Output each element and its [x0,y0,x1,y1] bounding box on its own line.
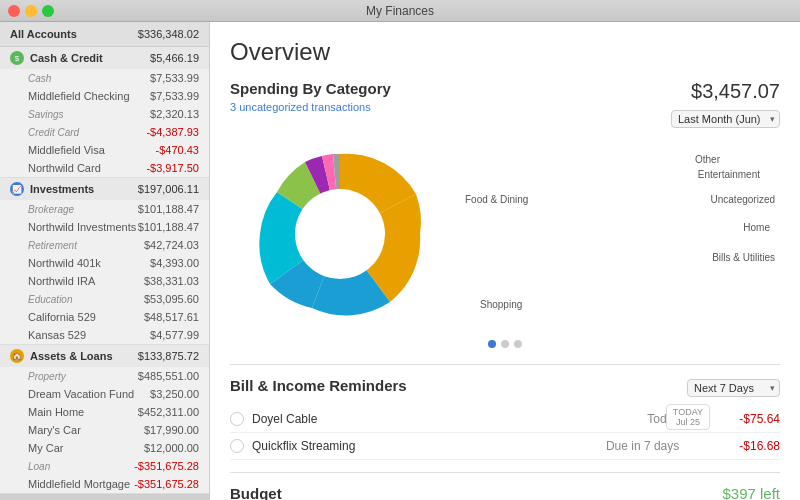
today-label: TODAY [673,407,703,417]
assets-loans-group: 🏠 Assets & Loans $133,875.72 Property $4… [0,345,209,494]
bill-title: Bill & Income Reminders [230,377,407,394]
list-item: Property $485,551.00 [0,367,209,385]
list-item[interactable]: Kansas 529 $4,577.99 [0,326,209,344]
bill-check-2[interactable] [230,439,244,453]
cash-credit-name: Cash & Credit [30,52,103,64]
bill-section: Bill & Income Reminders Next 7 Days Next… [230,364,780,460]
assets-icon: 🏠 [10,349,24,363]
bill-time-select[interactable]: Next 7 Days Next 30 Days All Upcoming [687,379,780,397]
sidebar-header: All Accounts $336,348.02 [0,22,209,47]
today-badge: TODAY Jul 25 [666,404,710,430]
all-accounts-label: All Accounts [10,28,77,40]
budget-section: Budget $397 left ◀ ◀ ▶ Jul 2014 Budgeted… [230,472,780,500]
list-item[interactable]: Northwild 401k $4,393.00 [0,254,209,272]
bill-name-1: Doyel Cable [252,412,317,426]
sidebar-item-overview[interactable]: ● Overview [0,495,209,500]
budget-left: $397 left [722,485,780,500]
list-item: Quickflix Streaming Due in 7 days -$16.6… [230,433,780,460]
label-entertainment: Entertainment [698,169,760,180]
cash-icon: $ [10,51,24,65]
chart-labels: Other Entertainment Uncategorized Home B… [460,134,780,334]
investments-header[interactable]: 📈 Investments $197,006.11 [0,178,209,200]
carousel-dot-2[interactable] [501,340,509,348]
bill-amount-2: -$16.68 [739,439,780,453]
list-item: Brokerage $101,188.47 [0,200,209,218]
list-item: Loan -$351,675.28 [0,457,209,475]
bill-name-2: Quickflix Streaming [252,439,355,453]
traffic-lights [8,5,54,17]
window-title: My Finances [366,4,434,18]
investments-group: 📈 Investments $197,006.11 Brokerage $101… [0,178,209,345]
sidebar-nav: ● Overview 📊 Reports 📋 Bill Reminders [0,494,209,500]
list-item: Retirement $42,724.03 [0,236,209,254]
minimize-button[interactable] [25,5,37,17]
cash-credit-header[interactable]: $ Cash & Credit $5,466.19 [0,47,209,69]
label-shopping: Shopping [480,299,522,310]
list-item[interactable]: My Car $12,000.00 [0,439,209,457]
all-accounts-amount: $336,348.02 [138,28,199,40]
list-item[interactable]: Middlefield Visa -$470.43 [0,141,209,159]
main-content: Overview Spending By Category 3 uncatego… [210,22,800,500]
list-item[interactable]: Main Home $452,311.00 [0,403,209,421]
investments-amount: $197,006.11 [138,183,199,195]
list-item: Credit Card -$4,387.93 [0,123,209,141]
label-home: Home [743,222,770,233]
list-item[interactable]: Northwild Card -$3,917.50 [0,159,209,177]
titlebar: My Finances [0,0,800,22]
investments-icon: 📈 [10,182,24,196]
label-other: Other [695,154,720,165]
budget-title: Budget [230,485,282,500]
label-food: Food & Dining [465,194,528,205]
carousel-dots [230,340,780,348]
app-body: All Accounts $336,348.02 $ Cash & Credit… [0,22,800,500]
list-item: Doyel Cable Today TODAY Jul 25 -$75.64 [230,406,780,433]
time-period-select-wrapper: Last Month (Jun) This Month (Jul) Last 3… [671,109,780,128]
bill-items: Doyel Cable Today TODAY Jul 25 -$75.64 [230,406,780,460]
spending-total: $3,457.07 [691,80,780,103]
donut-chart [230,134,450,334]
time-period-select[interactable]: Last Month (Jun) This Month (Jul) Last 3… [671,110,780,128]
list-item[interactable]: Dream Vacation Fund $3,250.00 [0,385,209,403]
budget-header: Budget $397 left [230,485,780,500]
list-item[interactable]: Mary's Car $17,990.00 [0,421,209,439]
bill-amount-1: -$75.64 [739,412,780,426]
cash-credit-amount: $5,466.19 [150,52,199,64]
spending-section: Spending By Category 3 uncategorized tra… [230,80,780,348]
list-item: Savings $2,320.13 [0,105,209,123]
assets-loans-name: Assets & Loans [30,350,113,362]
bill-due-2: Due in 7 days [606,439,679,453]
assets-loans-amount: $133,875.72 [138,350,199,362]
investments-name: Investments [30,183,94,195]
label-bills: Bills & Utilities [712,252,775,263]
spending-title: Spending By Category [230,80,391,97]
list-item: Cash $7,533.99 [0,69,209,87]
cash-credit-group: $ Cash & Credit $5,466.19 Cash $7,533.99… [0,47,209,178]
list-item[interactable]: Middlefield Mortgage -$351,675.28 [0,475,209,493]
bill-header: Bill & Income Reminders Next 7 Days Next… [230,377,780,398]
sidebar: All Accounts $336,348.02 $ Cash & Credit… [0,22,210,500]
bill-check-1[interactable] [230,412,244,426]
spending-header: Spending By Category 3 uncategorized tra… [230,80,780,128]
list-item[interactable]: Northwild IRA $38,331.03 [0,272,209,290]
svg-point-0 [295,189,385,279]
carousel-dot-1[interactable] [488,340,496,348]
label-uncategorized: Uncategorized [711,194,775,205]
maximize-button[interactable] [42,5,54,17]
uncategorized-link[interactable]: 3 uncategorized transactions [230,101,391,113]
carousel-dot-3[interactable] [514,340,522,348]
bill-time-select-wrapper: Next 7 Days Next 30 Days All Upcoming [687,378,780,397]
assets-loans-header[interactable]: 🏠 Assets & Loans $133,875.72 [0,345,209,367]
list-item[interactable]: Middlefield Checking $7,533.99 [0,87,209,105]
list-item[interactable]: California 529 $48,517.61 [0,308,209,326]
close-button[interactable] [8,5,20,17]
today-date: Jul 25 [673,417,703,427]
list-item: Education $53,095.60 [0,290,209,308]
spending-body: Other Entertainment Uncategorized Home B… [230,134,780,334]
list-item[interactable]: Northwild Investments $101,188.47 [0,218,209,236]
page-title: Overview [230,38,780,66]
